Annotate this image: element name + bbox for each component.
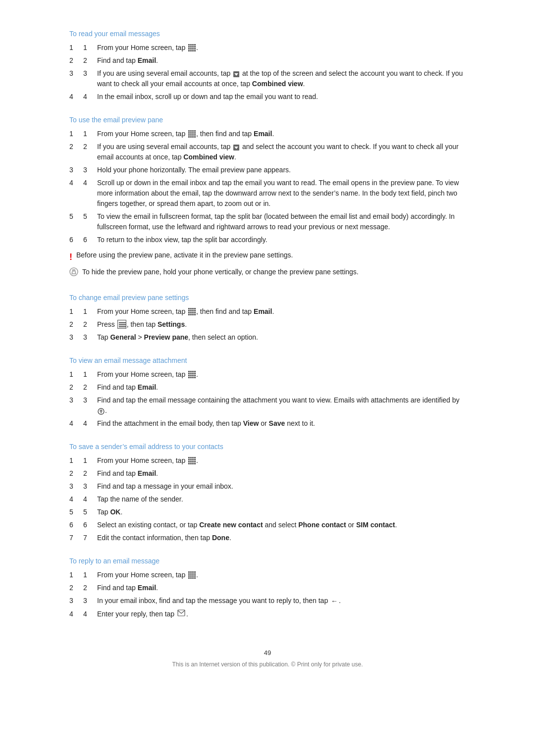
svg-rect-55 <box>188 314 190 315</box>
list-item: 2If you are using several email accounts… <box>69 142 466 162</box>
section-title-preview-pane: To use the email preview pane <box>69 116 466 124</box>
step-number: 1 <box>83 306 97 317</box>
svg-rect-76 <box>192 377 194 378</box>
svg-rect-46 <box>194 308 196 309</box>
step-content: Enter your reply, then tap . <box>97 609 466 619</box>
svg-rect-22 <box>188 132 190 134</box>
svg-rect-92 <box>194 461 196 462</box>
section-title-change-preview-pane: To change email preview pane settings <box>69 294 466 302</box>
list-item: 1From your Home screen, tap . <box>69 455 466 466</box>
svg-rect-98 <box>190 571 192 573</box>
svg-rect-113 <box>178 610 185 616</box>
section-change-preview-pane: To change email preview pane settings1Fr… <box>69 294 466 343</box>
step-content: Tap OK. <box>97 507 466 517</box>
svg-rect-26 <box>188 134 190 136</box>
list-item: 2Find and tap Email. <box>69 382 466 393</box>
apps-icon <box>188 370 196 378</box>
svg-rect-30 <box>188 136 190 138</box>
apps-icon <box>188 307 196 315</box>
svg-rect-77 <box>194 377 196 378</box>
svg-rect-45 <box>192 308 194 309</box>
svg-rect-12 <box>188 50 190 51</box>
step-content: To view the email in fullscreen format, … <box>97 211 466 232</box>
svg-rect-82 <box>190 457 192 458</box>
svg-rect-20 <box>192 130 194 132</box>
step-number: 7 <box>83 533 97 543</box>
svg-rect-70 <box>188 375 190 376</box>
step-content: Find and tap a message in your email inb… <box>97 481 466 492</box>
steps-list-preview-pane: 1From your Home screen, tap , then find … <box>69 129 466 245</box>
step-number: 1 <box>83 129 97 139</box>
list-item: 2Press , then tap Settings. <box>69 319 466 330</box>
step-content: Find and tap the email message containin… <box>97 395 466 416</box>
svg-rect-33 <box>194 136 196 138</box>
step-content: From your Home screen, tap . <box>97 455 466 466</box>
svg-rect-63 <box>190 371 192 372</box>
menu-icon <box>117 320 126 329</box>
svg-rect-67 <box>190 373 192 374</box>
svg-rect-109 <box>188 577 190 579</box>
svg-rect-53 <box>192 312 194 313</box>
warning-text: Before using the preview pane, activate … <box>76 250 293 260</box>
svg-rect-25 <box>194 132 196 134</box>
reply-icon: ← <box>331 596 338 606</box>
step-content: From your Home screen, tap , then find a… <box>97 306 466 317</box>
svg-rect-18 <box>188 130 190 132</box>
step-number: 5 <box>83 507 97 517</box>
svg-rect-96 <box>194 463 196 464</box>
list-item: 3Find and tap the email message containi… <box>69 395 466 416</box>
list-item: 7Edit the contact information, then tap … <box>69 533 466 543</box>
svg-rect-68 <box>192 373 194 374</box>
steps-list-read-email: 1From your Home screen, tap .2Find and t… <box>69 43 466 102</box>
list-item: 4In the email inbox, scroll up or down a… <box>69 92 466 102</box>
section-read-email: To read your email messages1From your Ho… <box>69 30 466 102</box>
svg-rect-21 <box>194 130 196 132</box>
svg-rect-59 <box>119 322 126 323</box>
step-number: 3 <box>83 165 97 175</box>
section-title-view-attachment: To view an email message attachment <box>69 356 466 364</box>
step-number: 4 <box>83 609 97 619</box>
svg-rect-83 <box>192 457 194 458</box>
svg-rect-43 <box>188 308 190 309</box>
svg-rect-106 <box>190 575 192 577</box>
svg-rect-91 <box>192 461 194 462</box>
page-number: 49 <box>69 649 466 656</box>
svg-rect-11 <box>194 48 196 50</box>
svg-rect-97 <box>188 571 190 573</box>
svg-line-41 <box>75 270 76 274</box>
svg-rect-28 <box>192 134 194 136</box>
list-item: 1From your Home screen, tap , then find … <box>69 306 466 317</box>
warning-note: !Before using the preview pane, activate… <box>69 250 466 264</box>
svg-rect-27 <box>190 134 192 136</box>
step-number: 3 <box>83 395 97 416</box>
svg-rect-73 <box>194 375 196 376</box>
step-content: Press , then tap Settings. <box>97 319 466 330</box>
step-number: 2 <box>83 55 97 66</box>
svg-rect-14 <box>192 50 194 51</box>
svg-rect-85 <box>188 459 190 460</box>
svg-rect-69 <box>194 373 196 374</box>
steps-list-reply-email: 1From your Home screen, tap .2Find and t… <box>69 570 466 619</box>
list-item: 4Scroll up or down in the email inbox an… <box>69 178 466 209</box>
dropdown-icon <box>233 70 240 77</box>
svg-rect-2 <box>192 44 194 46</box>
list-item: 6Select an existing contact, or tap Crea… <box>69 520 466 530</box>
svg-rect-61 <box>119 326 126 327</box>
list-item: 4Tap the name of the sender. <box>69 494 466 504</box>
list-item: 3If you are using several email accounts… <box>69 68 466 89</box>
apps-icon <box>188 571 196 579</box>
step-number: 2 <box>83 583 97 593</box>
steps-list-change-preview-pane: 1From your Home screen, tap , then find … <box>69 306 466 343</box>
apps-icon <box>188 130 196 138</box>
svg-rect-32 <box>192 136 194 138</box>
footer-legal: This is an Internet version of this publ… <box>172 661 363 668</box>
svg-rect-13 <box>190 50 192 51</box>
svg-rect-4 <box>188 46 190 48</box>
steps-list-view-attachment: 1From your Home screen, tap .2Find and t… <box>69 369 466 429</box>
apps-icon <box>188 456 196 464</box>
svg-rect-104 <box>194 573 196 575</box>
list-item: 3Hold your phone horizontally. The email… <box>69 165 466 175</box>
svg-rect-112 <box>194 577 196 579</box>
step-number: 2 <box>83 382 97 393</box>
tip-note: To hide the preview pane, hold your phon… <box>69 267 466 280</box>
